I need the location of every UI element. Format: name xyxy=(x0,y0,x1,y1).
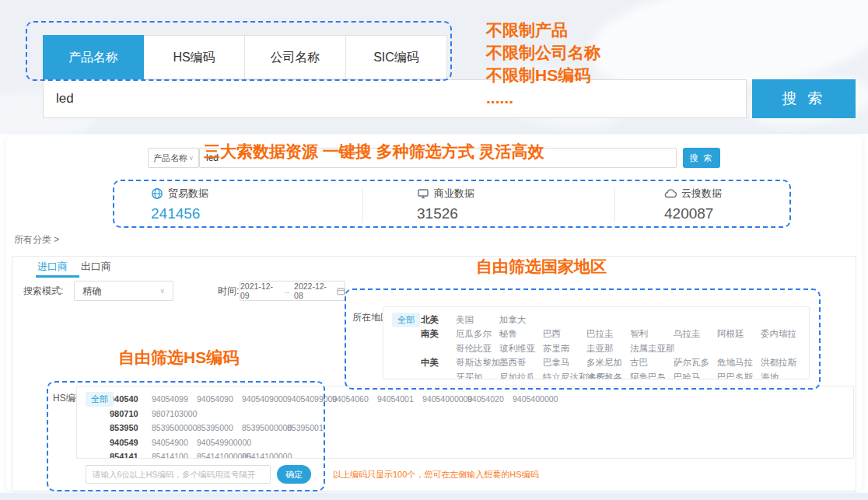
hs-subcode-option[interactable]: 94054001 xyxy=(377,394,422,404)
mini-search-button[interactable]: 搜 索 xyxy=(683,148,720,168)
region-country-option[interactable]: 尼加拉瓜 xyxy=(499,372,543,379)
region-country-option[interactable]: 巴哈马 xyxy=(674,372,717,379)
hs-subcode-option[interactable]: 94054020 xyxy=(467,394,513,404)
hs-code-row: 8541418541410085414100000085414100000 xyxy=(85,449,853,459)
region-country-option[interactable]: 波多黎各 xyxy=(586,372,630,379)
hs-subcode-option[interactable]: 85414100 xyxy=(152,452,197,459)
hs-subcode-option[interactable]: 85414100000 xyxy=(242,452,287,459)
region-country-option[interactable]: 古巴 xyxy=(630,357,674,369)
region-country-option[interactable]: 苏里南 xyxy=(543,343,586,355)
hs-parent-code[interactable]: 853950 xyxy=(110,423,152,432)
tab-company-name[interactable]: 公司名称 xyxy=(245,35,346,79)
hs-subcode-option[interactable]: 94054090 xyxy=(197,394,242,404)
hs-parent-code[interactable]: 980710 xyxy=(110,409,152,418)
stat-trade-data[interactable]: 贸易数据 241456 xyxy=(151,187,208,222)
hs-subcode-option[interactable]: 854141000000 xyxy=(197,452,242,459)
annotation-line: 不限制HS编码 xyxy=(486,64,600,86)
hs-subcode-option[interactable]: 94054060 xyxy=(332,394,377,404)
hs-subcode-option[interactable]: 8539500000 xyxy=(152,423,197,432)
page-bottom-strip xyxy=(0,493,868,500)
region-group-label[interactable]: 北美 xyxy=(421,314,456,326)
tab-exporters[interactable]: 出口商 xyxy=(81,260,111,274)
stat-value: 420087 xyxy=(664,205,722,222)
tab-importers[interactable]: 进口商 xyxy=(37,260,68,274)
hs-parent-code[interactable]: 854141 xyxy=(110,452,152,459)
hs-subcode-option[interactable]: 85395001 xyxy=(287,423,332,432)
region-country-option[interactable]: 特立尼达和多巴... xyxy=(543,372,586,379)
hs-subcode-option[interactable]: 9807103000 xyxy=(152,409,197,418)
hero-section: 产品名称 HS编码 公司名称 SIC编码 搜 索 不限制产品 不限制公司名称 不… xyxy=(0,0,868,134)
hs-subcode-option[interactable]: 94054000000 xyxy=(422,394,467,404)
region-country-option[interactable]: 巴巴多斯 xyxy=(717,372,761,379)
hs-subcode-option[interactable]: 9405400000 xyxy=(513,394,558,404)
breadcrumb[interactable]: 所有分类 > xyxy=(14,233,59,247)
region-country-option[interactable]: 危地马拉 xyxy=(717,357,761,369)
region-all-chip[interactable]: 全部 xyxy=(392,313,420,327)
region-country-option[interactable]: 智利 xyxy=(630,328,674,340)
hs-subcode-option[interactable]: 9405409000 xyxy=(242,394,287,404)
region-country-option[interactable]: 圭亚那 xyxy=(586,343,630,355)
hs-subcode-option[interactable]: 94054099000 xyxy=(287,394,332,404)
stat-cloud-data[interactable]: 云搜数据 420087 xyxy=(664,187,722,222)
hs-panel: 全部 9405409405409994054090940540900094054… xyxy=(76,386,854,459)
region-country-option[interactable]: 委内瑞拉 xyxy=(761,328,804,340)
hs-subcode-option[interactable]: 94054099 xyxy=(152,394,197,404)
region-row: 中美哥斯达黎加墨西哥巴拿马多米尼加古巴萨尔瓦多危地马拉洪都拉斯 xyxy=(393,356,809,371)
hs-code-row: 94054994054900940549900000 xyxy=(85,435,853,450)
region-row: 南美厄瓜多尔秘鲁巴西巴拉圭智利乌拉圭阿根廷委内瑞拉 xyxy=(393,327,809,342)
region-group-label[interactable]: 南美 xyxy=(421,328,456,340)
annotation-line: 不限制公司名称 xyxy=(486,41,600,64)
hs-subcode-option[interactable]: 85395000 xyxy=(197,423,242,432)
tab-sic-code[interactable]: SIC编码 xyxy=(346,35,447,79)
hs-all-chip[interactable]: 全部 xyxy=(86,392,114,407)
region-country-option[interactable]: 洪都拉斯 xyxy=(761,357,804,369)
region-country-option[interactable]: 厄瓜多尔 xyxy=(456,328,499,340)
region-country-option[interactable]: 美国 xyxy=(456,314,499,326)
main-card: 产品名称 ∨ 搜 索 三大索数据资源 一键搜 多种筛选方式 灵活高效 贸易数据 … xyxy=(6,135,862,491)
hs-subcode-option[interactable]: 85395000000 xyxy=(242,423,287,432)
region-country-option[interactable]: 玻利维亚 xyxy=(499,343,543,355)
search-mode-value: 精确 xyxy=(82,285,101,298)
region-country-option[interactable]: 秘鲁 xyxy=(499,328,543,340)
chevron-down-icon: ∨ xyxy=(188,154,194,162)
mini-search-type-select[interactable]: 产品名称 ∨ xyxy=(148,148,199,168)
region-country-option[interactable]: 法属圭亚那 xyxy=(630,343,674,355)
hs-code-input[interactable] xyxy=(86,465,271,484)
hero-search-input[interactable] xyxy=(43,79,747,118)
tab-hs-code[interactable]: HS编码 xyxy=(144,35,245,79)
region-group-label[interactable]: 中美 xyxy=(421,357,456,369)
region-country-option[interactable]: 哥伦比亚 xyxy=(456,343,499,355)
hs-parent-code[interactable]: 940540 xyxy=(110,394,152,404)
hero-search-button[interactable]: 搜 索 xyxy=(752,79,856,118)
breadcrumb-arrow-icon: > xyxy=(54,234,59,245)
region-rows: 北美美国加拿大南美厄瓜多尔秘鲁巴西巴拉圭智利乌拉圭阿根廷委内瑞拉哥伦比亚玻利维亚… xyxy=(393,313,809,379)
region-country-option[interactable]: 哥斯达黎加 xyxy=(456,357,499,369)
region-country-option[interactable]: 墨西哥 xyxy=(499,357,543,369)
monitor-icon xyxy=(417,187,429,200)
stats-divider xyxy=(362,187,363,222)
region-country-option[interactable]: 萨尔瓦多 xyxy=(674,357,717,369)
calendar-icon xyxy=(337,287,345,295)
region-country-option[interactable]: 海地 xyxy=(761,372,804,379)
region-country-option[interactable]: 阿鲁巴岛 xyxy=(630,372,674,379)
region-country-option[interactable]: 牙买加 xyxy=(456,372,499,379)
region-country-option[interactable]: 阿根廷 xyxy=(717,328,761,340)
search-mode-label: 搜索模式: xyxy=(23,285,63,298)
region-country-option[interactable]: 乌拉圭 xyxy=(674,328,717,340)
region-country-option[interactable]: 巴拉圭 xyxy=(586,328,630,340)
search-mode-select[interactable]: 精确 ∨ xyxy=(74,281,173,301)
date-range-picker[interactable]: 2021-12-09 → 2022-12-08 xyxy=(240,281,345,301)
region-country-option[interactable]: 巴拿马 xyxy=(543,357,586,369)
confirm-button[interactable]: 确定 xyxy=(277,465,311,484)
region-row: 牙买加尼加拉瓜特立尼达和多巴...波多黎各阿鲁巴岛巴哈马巴巴多斯海地 xyxy=(393,370,809,379)
region-country-option[interactable]: 巴西 xyxy=(543,328,586,340)
active-tab-underline xyxy=(36,275,79,278)
tab-product-name[interactable]: 产品名称 xyxy=(43,35,144,79)
stat-business-data[interactable]: 商业数据 31526 xyxy=(417,187,474,222)
region-country-option[interactable]: 加拿大 xyxy=(499,314,543,326)
hs-parent-code[interactable]: 940549 xyxy=(110,438,152,447)
region-country-option[interactable]: 多米尼加 xyxy=(586,357,630,369)
hero-annotations: 不限制产品 不限制公司名称 不限制HS编码 ...... xyxy=(486,19,600,109)
hs-subcode-option[interactable]: 940549900000 xyxy=(197,438,242,447)
hs-subcode-option[interactable]: 94054900 xyxy=(152,438,197,447)
